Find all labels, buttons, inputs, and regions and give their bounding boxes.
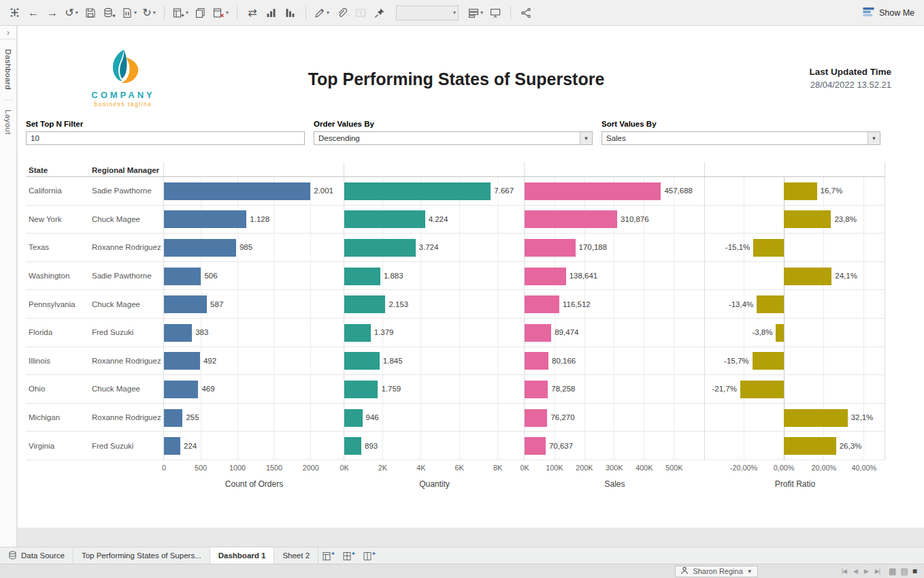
bar-mark[interactable] — [784, 210, 831, 228]
redo-button[interactable]: → — [44, 4, 61, 22]
state-label[interactable]: Pennsylvania — [26, 290, 89, 318]
bar-cell[interactable]: 893 — [344, 432, 525, 460]
bar-mark[interactable] — [344, 381, 378, 398]
bar-cell[interactable]: -15,1% — [705, 234, 885, 261]
bar-cell[interactable]: 89,474 — [525, 319, 705, 347]
bar-mark[interactable] — [784, 409, 848, 427]
manager-label[interactable]: Fred Suzuki — [89, 319, 164, 347]
state-label[interactable]: Michigan — [26, 404, 89, 432]
bar-mark[interactable] — [164, 409, 182, 427]
bar-mark[interactable] — [525, 268, 566, 285]
new-worksheet-tab-button[interactable] — [318, 547, 339, 564]
bar-cell[interactable]: -15,7% — [705, 347, 885, 375]
tab-data-source[interactable]: Data Source — [0, 547, 73, 564]
bar-mark[interactable] — [525, 295, 559, 313]
bar-cell[interactable]: 16,7% — [705, 177, 885, 205]
bar-cell[interactable]: 1.759 — [344, 375, 525, 403]
bar-cell[interactable]: 70,637 — [525, 432, 705, 460]
bar-mark[interactable] — [164, 210, 246, 228]
clear-sheet-button[interactable]: ▾ — [211, 4, 231, 22]
tab-top-performing-sheet[interactable]: Top Performing States of Supers... — [73, 547, 210, 564]
manager-label[interactable]: Sadie Pawthorne — [89, 177, 164, 205]
bar-cell[interactable]: 138,641 — [525, 262, 705, 290]
bar-mark[interactable] — [344, 239, 416, 257]
top-n-input[interactable]: 10 — [26, 131, 305, 145]
manager-label[interactable]: Chuck Magee — [89, 375, 164, 403]
tab-sheet-2[interactable]: Sheet 2 — [274, 547, 318, 564]
bar-cell[interactable]: 1.845 — [344, 347, 525, 375]
bar-cell[interactable]: 80,166 — [525, 347, 705, 375]
bar-cell[interactable]: 2.153 — [344, 290, 525, 318]
fit-dropdown[interactable]: ▾ — [396, 5, 459, 20]
manager-label[interactable]: Sadie Pawthorne — [89, 262, 164, 290]
manager-label[interactable]: Roxanne Rodriguez — [89, 234, 164, 261]
bar-mark[interactable] — [525, 437, 546, 455]
bar-mark[interactable] — [344, 352, 380, 370]
chevron-down-icon[interactable]: ▼ — [868, 132, 880, 144]
order-values-dropdown[interactable]: Descending ▼ — [314, 131, 593, 145]
bar-mark[interactable] — [164, 352, 200, 370]
expand-pane-button[interactable]: › — [0, 26, 16, 39]
bar-mark[interactable] — [525, 210, 617, 228]
bar-cell[interactable]: 1.379 — [344, 319, 525, 347]
run-update-button[interactable]: ↻▾ — [140, 4, 158, 22]
bar-mark[interactable] — [525, 409, 547, 427]
sort-ascending-button[interactable] — [263, 4, 280, 22]
bar-cell[interactable]: 255 — [164, 404, 344, 432]
show-filmstrip-icon[interactable]: ▤ — [900, 566, 908, 576]
bar-cell[interactable]: 985 — [164, 234, 344, 261]
fix-axes-button[interactable] — [371, 4, 389, 22]
sort-descending-button[interactable] — [282, 4, 299, 22]
rail-tab-layout[interactable]: Layout — [4, 99, 12, 144]
bar-cell[interactable]: 383 — [164, 319, 344, 347]
state-label[interactable]: California — [26, 177, 89, 205]
bar-mark[interactable] — [525, 381, 548, 398]
new-story-tab-button[interactable] — [359, 547, 380, 564]
bar-mark[interactable] — [164, 295, 207, 313]
duplicate-sheet-button[interactable] — [192, 4, 210, 22]
show-mark-labels-button[interactable] — [352, 4, 369, 22]
bar-mark[interactable] — [776, 324, 783, 342]
bar-cell[interactable]: 506 — [164, 262, 344, 290]
bar-cell[interactable]: 310,876 — [525, 206, 705, 234]
state-label[interactable]: Ohio — [26, 375, 89, 403]
pause-auto-updates-button[interactable]: ▾ — [120, 4, 139, 22]
replay-button[interactable]: ↺▾ — [63, 4, 80, 22]
new-worksheet-button[interactable]: ▾ — [171, 4, 191, 22]
group-members-button[interactable] — [333, 4, 350, 22]
bar-cell[interactable]: -21,7% — [705, 375, 885, 403]
bar-cell[interactable]: -3,8% — [705, 319, 885, 347]
next-sheet-button[interactable]: ▶ — [861, 568, 872, 575]
bar-cell[interactable]: 946 — [344, 404, 525, 432]
bar-cell[interactable]: 224 — [164, 432, 344, 460]
show-hide-cards-button[interactable]: ▾ — [466, 4, 485, 22]
bar-mark[interactable] — [344, 268, 380, 285]
bar-mark[interactable] — [344, 182, 491, 200]
bar-cell[interactable]: 23,8% — [705, 206, 885, 234]
bar-mark[interactable] — [757, 295, 783, 313]
bar-mark[interactable] — [344, 295, 385, 313]
user-dropdown[interactable]: Sharon Regina ▼ — [675, 566, 757, 577]
new-dashboard-tab-button[interactable] — [339, 547, 359, 564]
sort-values-dropdown[interactable]: Sales ▼ — [601, 131, 880, 145]
undo-button[interactable]: ← — [24, 4, 42, 22]
bar-mark[interactable] — [164, 381, 198, 398]
bar-cell[interactable]: 1.883 — [344, 262, 525, 290]
presentation-mode-button[interactable] — [486, 4, 504, 22]
show-tabs-icon[interactable]: ■ — [912, 566, 917, 576]
bar-mark[interactable] — [164, 324, 192, 342]
state-label[interactable]: Virginia — [26, 432, 89, 460]
manager-label[interactable]: Roxanne Rodriguez — [89, 347, 164, 375]
bar-mark[interactable] — [344, 437, 361, 455]
highlight-button[interactable]: ▾ — [312, 4, 331, 22]
bar-cell[interactable]: 32,1% — [705, 404, 885, 432]
bar-cell[interactable]: 24,1% — [705, 262, 885, 290]
bar-mark[interactable] — [525, 352, 548, 370]
bar-cell[interactable]: 26,3% — [705, 432, 885, 460]
bar-cell[interactable]: 78,258 — [525, 375, 705, 403]
bar-cell[interactable]: 7.667 — [344, 177, 525, 205]
column-header[interactable]: State — [26, 163, 89, 176]
swap-rows-columns-button[interactable]: ⇄ — [244, 4, 261, 22]
bar-mark[interactable] — [784, 268, 832, 285]
manager-label[interactable]: Chuck Magee — [89, 290, 164, 318]
